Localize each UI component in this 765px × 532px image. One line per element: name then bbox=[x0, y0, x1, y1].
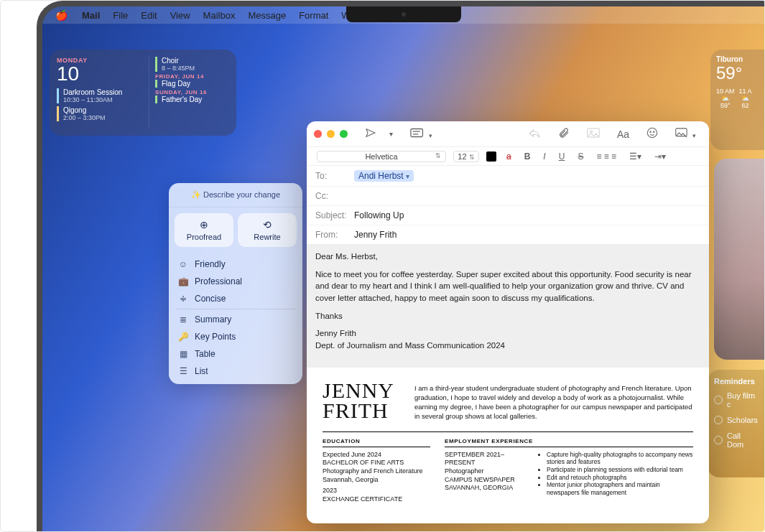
mail-compose-window: ▾ ▾ Aa ▾ bbox=[307, 121, 709, 523]
subject-label: Subject: bbox=[315, 210, 354, 220]
photo-widget[interactable] bbox=[714, 159, 764, 360]
keypoints-icon: 🔑 bbox=[177, 332, 189, 342]
mail-body[interactable]: Dear Ms. Herbst, Nice to meet you for co… bbox=[307, 245, 709, 523]
transform-summary[interactable]: ≣Summary bbox=[169, 311, 302, 328]
calendar-event: Qigong 2:00 – 3:30PM bbox=[57, 106, 143, 121]
cc-field[interactable] bbox=[354, 191, 700, 201]
transform-list[interactable]: ☰List bbox=[169, 363, 302, 380]
calendar-event: Father's Day bbox=[155, 95, 229, 103]
refresh-icon: ⟲ bbox=[241, 219, 294, 230]
menu-message[interactable]: Message bbox=[248, 10, 286, 21]
font-select[interactable]: Helvetica ⇅ bbox=[317, 151, 446, 162]
bold-button[interactable]: B bbox=[521, 151, 534, 162]
app-menu[interactable]: Mail bbox=[82, 10, 100, 21]
cv-employment-head: EMPLOYMENT EXPERIENCE bbox=[445, 438, 693, 447]
from-field[interactable]: Jenny Frith bbox=[354, 230, 397, 240]
proofread-button[interactable]: ⊕ Proofread bbox=[175, 213, 233, 247]
from-label: From: bbox=[315, 230, 354, 240]
table-icon: ▦ bbox=[177, 349, 189, 359]
reminder-item[interactable]: Scholars bbox=[714, 416, 757, 424]
summary-icon: ≣ bbox=[177, 314, 189, 325]
weather-widget[interactable]: Tiburon 59° 10 AM ⛅ 59° 11 A ⛅ 62 bbox=[710, 50, 764, 150]
svg-point-7 bbox=[654, 131, 654, 132]
svg-rect-0 bbox=[411, 129, 423, 137]
italic-button[interactable]: I bbox=[540, 151, 548, 162]
menu-edit[interactable]: Edit bbox=[141, 10, 157, 21]
emoji-button[interactable] bbox=[641, 124, 664, 144]
subject-field[interactable]: Following Up bbox=[354, 210, 404, 220]
calendar-event: Choir 8 – 8:45PM bbox=[155, 57, 229, 72]
reminders-title: Reminders bbox=[714, 377, 757, 386]
reminder-item[interactable]: Call Dom bbox=[714, 431, 757, 449]
menu-view[interactable]: View bbox=[170, 10, 190, 21]
indent-button[interactable]: ⇥▾ bbox=[652, 151, 669, 162]
concise-icon: ≑ bbox=[177, 294, 189, 304]
rewrite-button[interactable]: ⟲ Rewrite bbox=[238, 213, 297, 247]
style-concise[interactable]: ≑Concise bbox=[169, 290, 302, 307]
reply-icon[interactable] bbox=[522, 125, 547, 143]
menu-format[interactable]: Format bbox=[299, 10, 328, 21]
cv-bullets: Capture high-quality photographs to acco… bbox=[538, 451, 693, 497]
magnify-icon: ⊕ bbox=[177, 219, 231, 230]
weather-hour: 10 AM ⛅ 59° bbox=[716, 88, 735, 109]
calendar-widget[interactable]: MONDAY 10 Darkroom Session 10:30 – 11:30… bbox=[50, 50, 236, 136]
menu-file[interactable]: File bbox=[113, 10, 128, 21]
calendar-daynum: 10 bbox=[57, 64, 143, 84]
calendar-event: Flag Day bbox=[155, 80, 229, 88]
header-fields-button[interactable]: ▾ bbox=[404, 125, 438, 143]
calendar-section-head: SUNDAY, JUN 16 bbox=[155, 89, 229, 95]
reminder-checkbox[interactable] bbox=[714, 396, 723, 404]
align-group[interactable]: ≡ ≡ ≡ bbox=[593, 151, 619, 162]
calendar-event: Darkroom Session 10:30 – 11:30AM bbox=[57, 88, 143, 103]
mail-format-bar: Helvetica ⇅ 12 ⇅ a B I U S ≡ ≡ ≡ ☰▾ ⇥▾ bbox=[307, 147, 709, 166]
list-style-button[interactable]: ☰▾ bbox=[626, 151, 644, 162]
style-friendly[interactable]: ☺Friendly bbox=[169, 256, 302, 273]
media-button[interactable]: ▾ bbox=[669, 125, 702, 143]
smile-icon: ☺ bbox=[177, 259, 189, 269]
style-professional[interactable]: 💼Professional bbox=[169, 273, 302, 290]
close-button[interactable] bbox=[314, 130, 322, 138]
list-icon: ☰ bbox=[177, 366, 189, 376]
color-swatch[interactable] bbox=[486, 151, 496, 162]
to-label: To: bbox=[315, 171, 354, 181]
mail-headers: To: Andi Herbst▾ Cc: Subject: Following … bbox=[307, 166, 709, 245]
svg-point-4 bbox=[590, 131, 592, 133]
describe-change-field[interactable]: ✨ Describe your change bbox=[169, 183, 302, 207]
briefcase-icon: 💼 bbox=[177, 276, 189, 286]
svg-point-5 bbox=[647, 128, 657, 137]
send-button[interactable] bbox=[359, 124, 382, 144]
cv-education-head: EDUCATION bbox=[323, 438, 430, 447]
chevron-down-icon[interactable]: ▾ bbox=[406, 172, 409, 180]
strike-button[interactable]: a bbox=[504, 151, 514, 162]
attach-button[interactable] bbox=[552, 124, 575, 144]
reminder-checkbox[interactable] bbox=[714, 436, 723, 444]
format-button[interactable]: Aa bbox=[611, 126, 635, 143]
reminder-checkbox[interactable] bbox=[714, 416, 723, 424]
transform-table[interactable]: ▦Table bbox=[169, 345, 302, 363]
apple-menu[interactable]: 🍎 bbox=[55, 9, 68, 21]
minimize-button[interactable] bbox=[327, 130, 335, 138]
selected-body-text[interactable]: Dear Ms. Herbst, Nice to meet you for co… bbox=[307, 245, 709, 368]
weather-hour: 11 A ⛅ 62 bbox=[739, 88, 752, 109]
recipient-pill[interactable]: Andi Herbst▾ bbox=[354, 170, 414, 182]
cv-summary: I am a third-year student undergraduate … bbox=[414, 384, 693, 421]
strikethrough-button[interactable]: S bbox=[575, 151, 586, 162]
weather-temp: 59° bbox=[716, 63, 759, 83]
cv-attachment: JENNY FRITH I am a third-year student un… bbox=[307, 368, 709, 520]
reminders-widget[interactable]: Reminders Buy film c Scholars Call Dom bbox=[707, 370, 764, 477]
transform-keypoints[interactable]: 🔑Key Points bbox=[169, 328, 302, 345]
zoom-button[interactable] bbox=[340, 130, 348, 138]
send-options-button[interactable]: ▾ bbox=[384, 127, 399, 141]
menu-mailbox[interactable]: Mailbox bbox=[203, 10, 236, 21]
reminder-item[interactable]: Buy film c bbox=[714, 391, 757, 409]
cc-label: Cc: bbox=[315, 191, 354, 201]
underline-button[interactable]: U bbox=[556, 151, 568, 162]
display-notch bbox=[346, 6, 461, 22]
mail-titlebar[interactable]: ▾ ▾ Aa ▾ bbox=[307, 121, 709, 147]
calendar-section-head: FRIDAY, JUN 14 bbox=[155, 73, 229, 80]
cv-name: JENNY FRITH bbox=[323, 381, 394, 421]
svg-point-6 bbox=[650, 131, 651, 132]
photo-browser-button[interactable] bbox=[581, 125, 606, 143]
font-size-select[interactable]: 12 ⇅ bbox=[453, 151, 479, 162]
sparkle-icon: ✨ bbox=[191, 190, 201, 199]
